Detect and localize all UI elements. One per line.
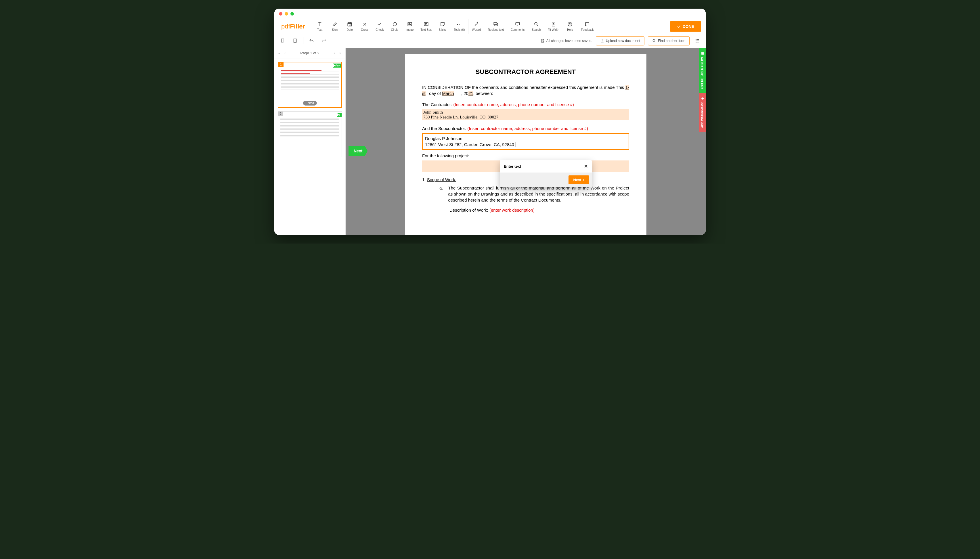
fitwidth-icon (551, 21, 557, 27)
find-form-button[interactable]: Find another form (648, 36, 689, 45)
wand-icon (474, 21, 479, 27)
search-tool[interactable]: Search (528, 19, 544, 34)
svg-rect-6 (494, 22, 497, 25)
field-year[interactable]: 21 (468, 91, 473, 96)
upload-icon (600, 39, 604, 43)
edit-tools: Wizard Replace text Comments (468, 19, 528, 34)
main-toolbar: pdfFiller T Text Sign 15 Date Cross Chec… (274, 19, 706, 34)
window-maximize[interactable] (291, 12, 294, 15)
thumbnail-page-2[interactable]: 2 3 (278, 111, 342, 157)
popup-title: Enter text (504, 164, 521, 169)
next-page[interactable]: › (333, 50, 336, 56)
svg-point-2 (393, 22, 397, 26)
sign-icon (332, 21, 337, 27)
check-icon (377, 21, 382, 27)
redo-button[interactable] (319, 36, 329, 45)
first-page[interactable]: « (277, 50, 281, 56)
svg-rect-12 (281, 39, 284, 42)
window-controls (274, 8, 706, 19)
circle-icon (392, 21, 398, 27)
date-tool[interactable]: 15 Date (342, 19, 357, 34)
popup-next-button[interactable]: Next › (568, 175, 589, 184)
feedback-tool[interactable]: Feedback (577, 19, 597, 34)
wizard-tool[interactable]: Wizard (468, 19, 484, 34)
svg-text:15: 15 (349, 24, 351, 26)
chevron-right-icon: › (583, 178, 584, 182)
app-logo: pdfFiller (274, 23, 312, 30)
form-icon: ▦ (701, 52, 704, 55)
thumbnails-sidebar: « ‹ Page 1 of 2 › » 1 5/10 Edited 2 3 (274, 48, 345, 235)
tools-menu[interactable]: ⋯ Tools (6) (450, 19, 468, 34)
check-tool[interactable]: Check (372, 19, 387, 34)
fitwidth-tool[interactable]: Fit Width (544, 19, 562, 34)
text-tool[interactable]: T Text (312, 19, 327, 34)
svg-point-8 (535, 22, 537, 25)
sticky-icon (440, 21, 445, 27)
search-icon (652, 39, 656, 43)
scope-item-a: a. The Subcontractor shall furnish all o… (440, 185, 629, 203)
svg-rect-7 (516, 22, 520, 25)
image-icon (407, 21, 413, 27)
textbox-tool[interactable]: Text Box (417, 19, 435, 34)
svg-point-16 (696, 41, 696, 41)
replace-icon (493, 21, 499, 27)
next-field-pointer[interactable]: Next (349, 146, 367, 156)
document-viewport: Next SUBCONTRACTOR AGREEMENT IN CONSIDER… (345, 48, 706, 235)
edit-fillable-fields-tab[interactable]: EDIT FILLABLE FIELDS ▦ (699, 48, 706, 93)
sub-toolbar: All changes have been saved. Upload new … (274, 34, 706, 48)
more-icon: ⋯ (456, 21, 462, 27)
svg-point-14 (653, 40, 655, 41)
sign-tool[interactable]: Sign (327, 19, 342, 34)
svg-point-15 (696, 40, 696, 40)
prev-page[interactable]: ‹ (283, 50, 287, 56)
subcontractor-row: And the Subcontractor: (Insert contracto… (422, 126, 629, 131)
comment-icon (515, 21, 521, 27)
svg-rect-9 (552, 22, 555, 26)
popup-footer: Next › (500, 172, 592, 187)
done-button[interactable]: DONE (670, 21, 701, 31)
cross-icon (362, 21, 367, 27)
cross-tool[interactable]: Cross (357, 19, 372, 34)
last-page[interactable]: » (338, 50, 342, 56)
textbox-icon (423, 21, 429, 27)
svg-point-17 (696, 42, 696, 43)
svg-rect-3 (408, 22, 412, 26)
document-page: SUBCONTRACTOR AGREEMENT IN CONSIDERATION… (405, 54, 646, 235)
active-text-field[interactable]: Douglas P Johnson 12861 West St #82, Gar… (422, 133, 629, 150)
page-indicator: Page 1 of 2 (289, 51, 331, 55)
undo-button[interactable] (307, 36, 316, 45)
check-icon (677, 25, 681, 28)
search-icon (534, 21, 539, 27)
thumbnail-list: 1 5/10 Edited 2 3 (274, 58, 345, 161)
image-tool[interactable]: Image (402, 19, 417, 34)
field-month[interactable]: March (442, 91, 454, 96)
circle-tool[interactable]: Circle (387, 19, 402, 34)
enter-text-popup: Enter text ✕ Next › (500, 160, 592, 187)
contractor-filled: John Smith 730 Pine Needle Ln, Louisvill… (422, 109, 629, 120)
view-tools: Search Fit Width Help Feedback (528, 19, 597, 34)
add-watermark-tab[interactable]: ADD WATERMARK ◈ (699, 93, 706, 132)
replace-tool[interactable]: Replace text (484, 19, 507, 34)
list-icon[interactable] (693, 36, 702, 45)
window-minimize[interactable] (285, 12, 288, 15)
doc-title: SUBCONTRACTOR AGREEMENT (422, 68, 629, 76)
save-icon[interactable] (291, 36, 300, 45)
watermark-icon: ◈ (701, 97, 704, 100)
page-navigator: « ‹ Page 1 of 2 › » (274, 48, 345, 58)
pages-icon[interactable] (278, 36, 287, 45)
feedback-icon (584, 21, 590, 27)
sticky-tool[interactable]: Sticky (435, 19, 450, 34)
intro-paragraph: IN CONSIDERATION OF the covenants and co… (422, 84, 629, 96)
contractor-row: The Contractor: (Insert contractor name,… (422, 101, 629, 108)
device-frame: pdfFiller T Text Sign 15 Date Cross Chec… (274, 8, 706, 235)
annotate-tools: T Text Sign 15 Date Cross Check Circle (312, 19, 450, 34)
popup-close-button[interactable]: ✕ (584, 164, 588, 169)
description-row: Description of Work: (enter work descrip… (450, 208, 629, 212)
comments-tool[interactable]: Comments (507, 19, 528, 34)
tools-group: ⋯ Tools (6) (450, 19, 468, 34)
project-row: For the following project: (422, 153, 629, 159)
help-tool[interactable]: Help (562, 19, 577, 34)
window-close[interactable] (279, 12, 283, 15)
thumbnail-page-1[interactable]: 1 5/10 Edited (278, 62, 342, 108)
upload-button[interactable]: Upload new document (596, 36, 645, 45)
